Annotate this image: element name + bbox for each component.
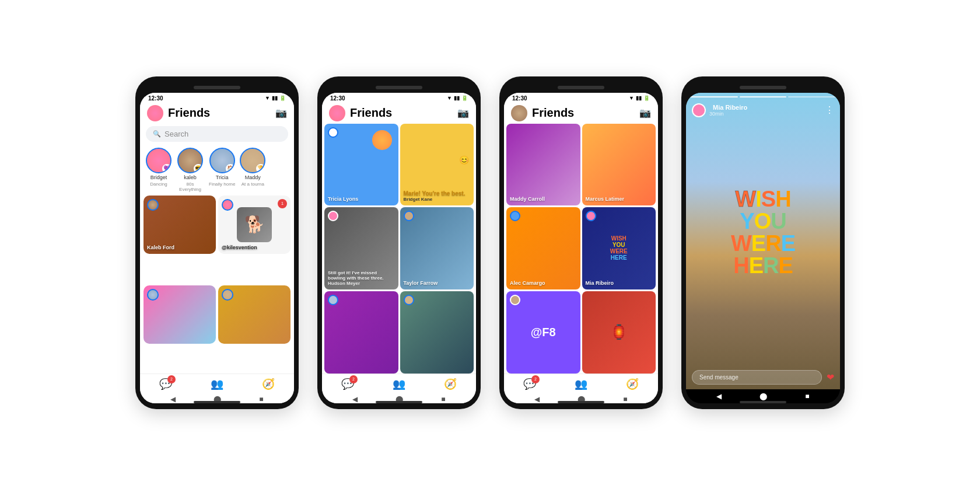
status-bar-1: 12:30 ▼ ▮▮ 🔋 [140,93,294,103]
back-btn-4[interactable]: ◀ [716,392,722,400]
battery-icon: 🔋 [279,95,286,101]
friends-nav-icon-3[interactable]: 👥 [575,378,587,390]
story-card-dogs[interactable]: 1 🐕 @kilesven​tion [218,196,290,254]
back-btn-2[interactable]: ◀ [352,395,358,403]
user-avatar-3 [511,105,527,121]
signal-icon: ▼ [265,95,270,101]
story-sub-maddy: At a tourna [242,182,264,187]
chat-nav-icon-1[interactable]: 💬2 [159,378,172,390]
phone-4: Mia Ribeiro 30min ⋮ WISH YOU WERE HERE [681,76,845,409]
search-bar-1[interactable]: 🔍 Search [146,126,288,142]
cg-inner-marcus: Marcus Latimer [582,124,656,206]
status-icons-1: ▼ ▮▮ 🔋 [265,95,286,101]
av-tricia [328,127,338,138]
card-hair[interactable] [324,291,398,374]
story-item-tricia[interactable]: 🏠 Tricia Finally home [209,148,235,192]
search-icon-1: 🔍 [153,130,161,138]
phone-2: 12:30 ▼ ▮▮ 🔋 Friends 📷 Tricia Lyons [317,76,481,409]
cg-title-tricia: Tricia Lyons [328,196,395,202]
wifi-icon: ▮▮ [272,95,278,101]
story-item-bridget[interactable]: 💜 Bridget Dancing [146,148,172,192]
home-btn-4[interactable]: ⬤ [760,392,767,400]
compass-nav-icon-3[interactable]: 🧭 [626,378,639,390]
friends-nav-icon-2[interactable]: 👥 [393,378,405,390]
camera-icon-3[interactable]: 📷 [639,107,651,118]
progress-bars [686,93,840,97]
card-marcus-latimer[interactable]: Marcus Latimer [582,124,656,206]
card-alec-camargo[interactable]: Alec Camargo [506,207,580,289]
dog-emoji: 🐕 [237,207,272,242]
compass-nav-icon-2[interactable]: 🧭 [444,378,457,390]
back-btn-3[interactable]: ◀ [534,395,540,403]
cg-title-hudson: Still got it! I've missed bowling with t… [328,270,395,281]
story-card-pink[interactable] [144,285,216,344]
stories-row-1: 💜 Bridget Dancing 😎 kaleb 80s Everything… [140,144,294,196]
friends-nav-icon-1[interactable]: 👥 [211,378,223,390]
camera-icon-1[interactable]: 📷 [275,107,287,118]
story-avatar-tricia: 🏠 [209,148,235,173]
cg-inner-mia: Mia Ribeiro [582,207,656,289]
viewer-username: Mia Ribeiro [713,104,825,111]
story-sub-bridget: Dancing [150,182,167,187]
compass-nav-icon-1[interactable]: 🧭 [262,378,275,390]
story-viewer: Mia Ribeiro 30min ⋮ WISH YOU WERE HERE [686,93,840,389]
card-teal[interactable] [400,291,474,374]
story-card-warm[interactable] [218,285,290,344]
app-title-1: Friends [168,106,275,120]
wish-line-1: WISH [731,187,795,210]
home-btn-2[interactable]: ⬤ [396,395,403,403]
signal-icon-3: ▼ [629,95,634,101]
card-hudson[interactable]: Still got it! I've missed bowling with t… [324,207,398,289]
signal-icon-2: ▼ [447,95,452,101]
card-maddy-carroll[interactable]: Maddy Carroll [506,124,580,206]
back-btn-1[interactable]: ◀ [170,395,176,403]
send-message-input[interactable]: Send message [692,370,822,385]
more-options-icon[interactable]: ⋮ [825,104,834,116]
story-sub-kaleb: 80s Everything [176,182,204,192]
search-placeholder-1: Search [164,130,188,138]
story-item-maddy[interactable]: 🏆 Maddy At a tourna [240,148,265,192]
user-avatar-2 [329,105,345,121]
status-bar-2: 12:30 ▼ ▮▮ 🔋 [322,93,476,103]
story-item-kaleb[interactable]: 😎 kaleb 80s Everything [176,148,204,192]
story-grid-1: Kaleb Ford 1 🐕 @kilesven​tion [140,196,294,374]
home-btn-1[interactable]: ⬤ [214,395,221,403]
chat-badge-1: 2 [167,375,176,383]
card-mia-ribeiro[interactable]: WISH YOU WERE HERE Mia Ribeiro [582,207,656,289]
recents-btn-2[interactable]: ■ [441,395,445,403]
status-time-1: 12:30 [148,95,163,102]
cg-title-alec: Alec Camargo [510,280,577,286]
app-header-2: Friends 📷 [322,103,476,124]
recents-btn-3[interactable]: ■ [623,395,627,403]
status-bar-3: 12:30 ▼ ▮▮ 🔋 [504,93,658,103]
story-grid-2: Tricia Lyons Marie! You're the best. Bri… [322,124,476,374]
story-grid-3: Maddy Carroll Marcus Latimer Alec Camarg… [504,124,658,374]
card-tricia-lyons[interactable]: Tricia Lyons [324,124,398,206]
status-icons-2: ▼ ▮▮ 🔋 [447,95,468,101]
story-name-tricia: Tricia [216,175,229,180]
card-marie[interactable]: Marie! You're the best. Bridget Kane 😊 [400,124,474,206]
camera-icon-2[interactable]: 📷 [457,107,469,118]
story-avatar-kaleb: 😎 [177,148,203,173]
system-nav-1: ◀ ⬤ ■ [140,393,294,403]
card-taylor[interactable]: Taylor Farrow [400,207,474,289]
story-avatar-maddy: 🏆 [240,148,265,173]
cg-title-marie: Marie! You're the best. [404,190,471,197]
wish-line-3: WERE [731,232,795,254]
story-card-kaleb-ford[interactable]: Kaleb Ford [144,196,216,254]
cg-title-marcus: Marcus Latimer [586,196,653,202]
av-hair [328,295,338,305]
viewer-user-info: Mia Ribeiro 30min [709,104,825,117]
card-festive[interactable]: 🏮 [582,291,656,374]
heart-reaction-icon[interactable]: ❤ [827,372,834,383]
wifi-icon-3: ▮▮ [636,95,642,101]
recents-btn-1[interactable]: ■ [259,395,263,403]
recents-btn-4[interactable]: ■ [805,392,809,400]
card-avatar-pink [147,289,159,301]
home-btn-3[interactable]: ⬤ [578,395,585,403]
chat-nav-icon-3[interactable]: 💬2 [523,378,536,390]
chat-nav-icon-2[interactable]: 💬2 [341,378,354,390]
cg-inner-maddy: Maddy Carroll [506,124,580,206]
card-f8[interactable]: @F8 [506,291,580,374]
emoji-decoration: 😊 [459,155,469,165]
